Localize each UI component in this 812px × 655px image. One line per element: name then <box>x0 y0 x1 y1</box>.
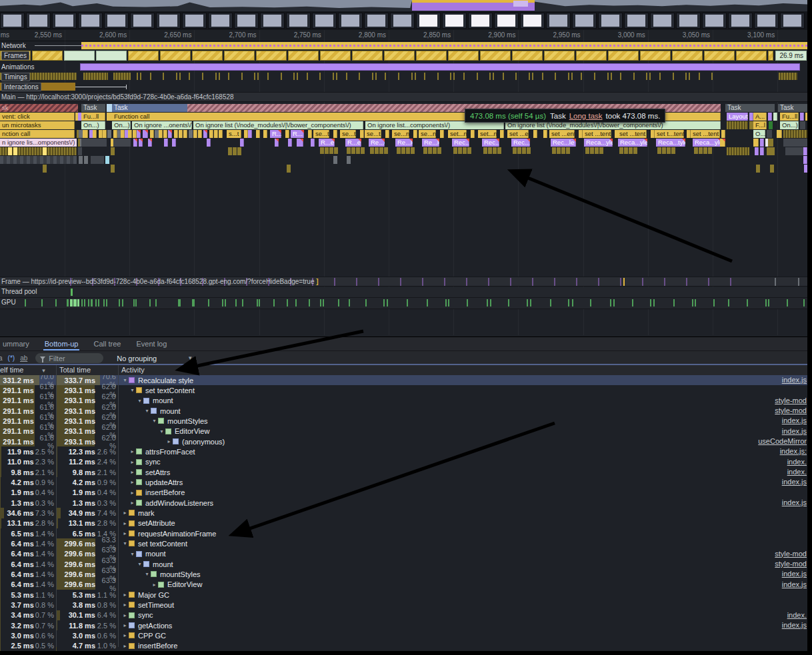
source-link[interactable]: style-mod <box>775 560 807 568</box>
table-row[interactable]: 11.9 ms2.5 %12.3 ms2.6 %▸attrsFromFaceti… <box>0 446 807 456</box>
filmstrip-thumbnail[interactable] <box>182 13 207 29</box>
expand-arrow-icon[interactable]: ▸ <box>129 479 135 485</box>
frame-segment[interactable] <box>768 51 773 61</box>
flame-block[interactable]: Task <box>725 104 775 112</box>
activity-name[interactable]: Recalculate style <box>138 376 193 384</box>
frame-segment[interactable] <box>128 51 159 61</box>
flame-block[interactable]: Reca...yle <box>618 139 647 147</box>
table-row[interactable]: 3.7 ms0.8 %3.8 ms0.8 %▸setTimeout <box>0 600 807 610</box>
flame-block[interactable]: R...e <box>345 139 361 147</box>
filmstrip-thumbnail[interactable] <box>598 13 623 29</box>
flame-block[interactable]: On...) <box>112 121 131 129</box>
collapse-arrow-icon[interactable]: ▾ <box>144 571 150 577</box>
flame-block[interactable]: Reca...tyle <box>656 139 685 147</box>
activity-name[interactable]: attrsFromFacet <box>145 448 195 456</box>
source-link[interactable]: index. <box>787 458 807 466</box>
flame-block[interactable]: Rec...le <box>452 139 469 147</box>
expand-arrow-icon[interactable]: ▸ <box>122 520 128 526</box>
filmstrip-thumbnail[interactable] <box>676 13 701 29</box>
source-link[interactable]: index. <box>787 468 807 476</box>
source-link[interactable]: index.js <box>782 621 807 629</box>
filmstrip-thumbnail[interactable] <box>286 13 311 29</box>
frame-segment[interactable] <box>416 51 447 61</box>
flame-block[interactable]: s...t <box>227 130 241 138</box>
table-row[interactable]: 4.2 ms0.9 %4.2 ms0.9 %▸updateAttrsindex.… <box>0 477 807 487</box>
frame-segment[interactable] <box>672 51 703 61</box>
activity-name[interactable]: mount <box>160 407 181 415</box>
flame-block[interactable]: sk <box>0 104 78 112</box>
activity-name[interactable]: set textContent <box>145 386 195 394</box>
collapse-arrow-icon[interactable]: ▾ <box>137 561 143 567</box>
expand-arrow-icon[interactable]: ▸ <box>122 632 128 638</box>
expand-arrow-icon[interactable]: ▸ <box>122 510 128 516</box>
track-frames[interactable]: Frames 26.9 ms <box>0 51 807 62</box>
flame-block[interactable]: Reca...yle <box>584 139 613 147</box>
table-row[interactable]: 291.1 ms61.6 %293.1 ms62.0 %▾mountstyle-… <box>0 396 807 406</box>
flame-block[interactable]: set...nt <box>448 130 467 138</box>
collapse-arrow-icon[interactable]: ▾ <box>144 408 150 414</box>
expand-arrow-icon[interactable]: ▸ <box>122 643 128 649</box>
chevron-down-icon[interactable]: ▼ <box>187 355 193 361</box>
table-row[interactable]: 291.1 ms61.6 %293.1 ms62.0 %▾mountstyle-… <box>0 406 807 416</box>
filmstrip-thumbnail[interactable] <box>650 13 675 29</box>
table-row[interactable]: 9.8 ms2.1 %9.8 ms2.1 %▸setAttrsindex. <box>0 467 807 477</box>
filmstrip-thumbnail[interactable] <box>416 13 441 29</box>
filmstrip-thumbnail[interactable] <box>728 13 753 29</box>
source-link[interactable]: index.js <box>782 427 807 435</box>
filmstrip-thumbnail[interactable] <box>390 13 415 29</box>
timeline-ruler[interactable]: ms 2,550 ms2,600 ms2,650 ms2,700 ms2,750… <box>0 30 807 41</box>
activity-name[interactable]: mark <box>138 509 154 517</box>
frame-segment[interactable] <box>96 51 127 61</box>
flame-block[interactable]: Re...e <box>369 139 385 147</box>
column-total-time[interactable]: Total time <box>59 366 91 374</box>
table-row[interactable]: 34.6 ms7.3 %34.9 ms7.4 %▸mark <box>0 508 807 518</box>
activity-name[interactable]: mountStyles <box>167 417 208 425</box>
frame-segment[interactable] <box>480 51 511 61</box>
flame-block[interactable]: vent: click <box>0 113 75 121</box>
activity-name[interactable]: setAttrs <box>145 468 170 476</box>
activity-name[interactable]: updateAttrs <box>145 478 183 486</box>
track-animations[interactable]: Animations <box>0 63 807 71</box>
source-link[interactable]: index. <box>787 611 807 619</box>
activity-name[interactable]: (anonymous) <box>182 438 225 446</box>
frame-segment[interactable] <box>576 51 607 61</box>
frame-segment[interactable] <box>544 51 575 61</box>
source-link[interactable]: index.js: <box>780 447 807 455</box>
table-row[interactable]: 1.3 ms0.3 %1.3 ms0.3 %▸addWindowListener… <box>0 498 807 508</box>
activity-name[interactable]: EditorView <box>175 427 209 435</box>
table-row[interactable]: 291.1 ms61.6 %293.1 ms62.0 %▸(anonymous)… <box>0 436 807 446</box>
source-link[interactable]: index.js <box>782 498 807 506</box>
expand-arrow-icon[interactable]: ▸ <box>122 530 128 536</box>
filmstrip-thumbnail[interactable] <box>234 13 259 29</box>
filmstrip-thumbnail[interactable] <box>702 13 727 29</box>
frame-segment[interactable] <box>288 51 319 61</box>
collapse-arrow-icon[interactable]: ▾ <box>151 418 157 424</box>
activity-name[interactable]: Major GC <box>138 591 169 599</box>
flame-block[interactable]: R... <box>270 130 281 138</box>
column-self-time[interactable]: elf time▼ <box>0 366 46 374</box>
flame-block[interactable]: se...t <box>313 130 329 138</box>
grouping-select[interactable]: No grouping <box>117 354 157 362</box>
flame-block[interactable]: se...nt <box>419 130 436 138</box>
expand-arrow-icon[interactable]: ▸ <box>129 469 135 475</box>
source-link[interactable]: index.js <box>782 416 807 424</box>
table-row[interactable]: 5.3 ms1.1 %5.3 ms1.1 %▸Major GC <box>0 590 807 600</box>
flame-block[interactable]: Task <box>112 104 187 112</box>
activity-name[interactable]: addWindowListeners <box>145 499 213 507</box>
activity-name[interactable]: insertBefore <box>145 488 185 496</box>
frame-segment[interactable] <box>640 51 671 61</box>
flame-block[interactable]: On ignore list (\/node_modules\/|\/bower… <box>193 121 363 129</box>
frame-segment[interactable] <box>736 51 767 61</box>
flame-block[interactable]: On ignore ...onents\/) <box>132 121 192 129</box>
filmstrip-thumbnail[interactable] <box>0 13 25 29</box>
filmstrip-thumbnail[interactable] <box>78 13 103 29</box>
expand-arrow-icon[interactable]: ▸ <box>129 459 135 465</box>
flame-block[interactable]: set ...tent <box>583 130 611 138</box>
expand-arrow-icon[interactable]: ▸ <box>122 612 128 618</box>
table-row[interactable]: 6.4 ms1.4 %299.6 ms63.3 %▾mountstyle-mod <box>0 549 807 559</box>
flame-block[interactable]: se...t <box>340 130 356 138</box>
flame-block[interactable]: Re...le <box>422 139 439 147</box>
flame-block[interactable]: O... <box>753 130 765 138</box>
collapse-arrow-icon[interactable]: ▾ <box>122 377 128 383</box>
activity-name[interactable]: set textContent <box>138 540 187 548</box>
